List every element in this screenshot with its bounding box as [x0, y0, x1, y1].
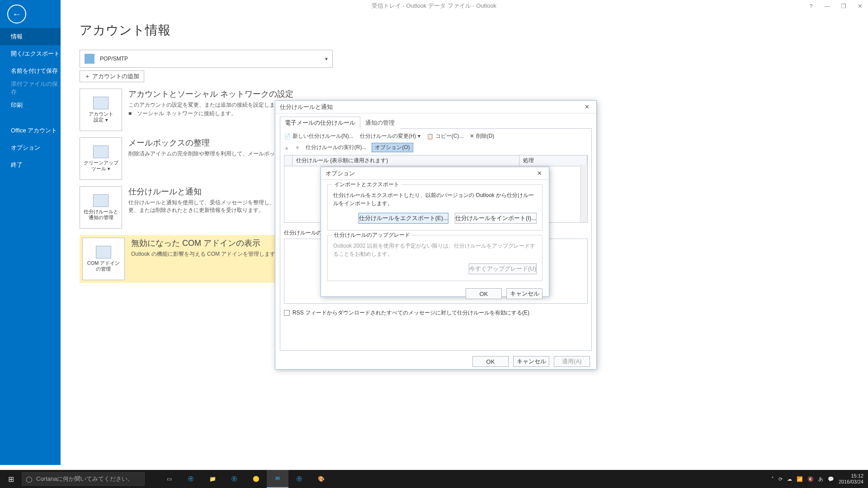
new-rule-button[interactable]: 📄 新しい仕分けルール(N)... [284, 132, 354, 140]
cortana-search[interactable]: ◯ Cortanaに何か聞いてみてください。 [22, 472, 145, 486]
sidebar-item-save-attachments: 添付ファイルの保存 [0, 80, 61, 97]
dialog-title: オプション [326, 169, 355, 178]
export-rules-button[interactable]: 仕分けルールをエクスポート(E)... [359, 213, 448, 224]
tray-wifi-icon[interactable]: 📶 [797, 476, 803, 482]
group-import-export: インポートとエクスポート [332, 181, 401, 188]
dropdown-icon: ▼ [324, 56, 329, 61]
rules-icon [93, 194, 108, 207]
tray-sync-icon[interactable]: ⟳ [778, 476, 783, 482]
cleanup-icon [93, 145, 108, 158]
page-title: アカウント情報 [80, 22, 333, 39]
system-tray[interactable]: ˄ ⟳ ☁ 📶 🔇 あ 💬 15:12 2016/03/24 [771, 473, 868, 485]
backstage-sidebar: ← 情報 開く/エクスポート 名前を付けて保存 添付ファイルの保存 印刷 Off… [0, 0, 61, 465]
rules-alerts-button[interactable]: 仕分けルールと 通知の管理 [80, 186, 122, 229]
account-settings-icon [93, 97, 108, 109]
taskbar-app-outlook[interactable]: ✉ [267, 470, 288, 488]
dialog-title: 仕分けルールと通知 [280, 103, 333, 111]
sidebar-item-save-as[interactable]: 名前を付けて保存 [0, 62, 61, 80]
close-button[interactable]: ✕ [852, 0, 868, 12]
rules-options-dialog: オプション ✕ インポートとエクスポート 仕分けルールをエクスポートしたり、以前… [321, 167, 549, 297]
cleanup-tools-button[interactable]: クリーンアップ ツール ▾ [80, 137, 122, 180]
taskbar-app-explorer[interactable]: 📁 [202, 470, 223, 488]
account-icon [85, 54, 94, 64]
ok-button[interactable]: OK [472, 356, 509, 367]
upgrade-now-button: 今すぐアップグレード(U) [469, 263, 537, 274]
cancel-button[interactable]: キャンセル [506, 288, 542, 299]
group-upgrade-rules: 仕分けルールのアップグレード [332, 231, 412, 239]
ok-button[interactable]: OK [466, 288, 502, 299]
taskbar-app-chrome[interactable]: 🟡 [245, 470, 267, 488]
change-rule-button[interactable]: 仕分けルールの変更(H) ▾ [360, 132, 420, 140]
tray-notifications-icon[interactable]: 💬 [828, 476, 834, 482]
section-title: 無効になった COM アドインの表示 [131, 238, 281, 249]
tray-volume-icon[interactable]: 🔇 [807, 476, 814, 482]
apply-button: 適用(A) [554, 356, 590, 367]
tray-overflow-icon[interactable]: ˄ [771, 476, 774, 482]
move-down-icon[interactable]: ▼ [295, 145, 300, 151]
taskbar-app-paint[interactable]: 🎨 [310, 470, 332, 488]
sidebar-item-print[interactable]: 印刷 [0, 97, 61, 114]
taskbar-clock[interactable]: 15:12 2016/03/24 [839, 473, 863, 485]
close-icon[interactable]: ✕ [582, 102, 592, 112]
col-rule-name: 仕分けルール (表示順に適用されます) [292, 155, 519, 166]
sidebar-item-open-export[interactable]: 開く/エクスポート [0, 45, 61, 62]
close-icon[interactable]: ✕ [534, 169, 544, 178]
task-view-button[interactable]: ▭ [158, 470, 180, 488]
import-rules-button[interactable]: 仕分けルールをインポート(I)... [455, 213, 537, 224]
addins-icon [96, 246, 111, 258]
run-rules-button[interactable]: 仕分けルールの実行(R)... [306, 144, 367, 151]
maximize-button[interactable]: ❐ [835, 0, 852, 12]
move-up-icon[interactable]: ▲ [284, 145, 289, 151]
delete-rule-button[interactable]: ✕ 削除(D) [470, 132, 494, 140]
taskbar-app-ie2[interactable]: ⓔ [288, 470, 310, 488]
window-title: 受信トレイ - Outlook データ ファイル - Outlook [0, 2, 868, 10]
checkbox-icon [284, 310, 290, 316]
rules-options-button[interactable]: オプション(O) [372, 143, 413, 152]
account-settings-button[interactable]: アカウント 設定 ▾ [80, 89, 122, 131]
tab-manage-alerts[interactable]: 通知の管理 [360, 117, 400, 129]
col-actions: 処理 [519, 155, 587, 166]
cortana-icon: ◯ [26, 476, 33, 483]
tray-ime-icon[interactable]: あ [818, 476, 823, 483]
taskbar-app-ie[interactable]: ⓔ [223, 470, 245, 488]
copy-rule-button[interactable]: 📋 コピー(C)... [427, 132, 464, 140]
tray-cloud-icon[interactable]: ☁ [787, 476, 792, 482]
windows-taskbar: ⊞ ◯ Cortanaに何か聞いてみてください。 ▭ ⓔ 📁 ⓔ 🟡 ✉ ⓔ 🎨… [0, 470, 868, 488]
add-account-button[interactable]: ＋ アカウントの追加 [80, 70, 144, 82]
tab-email-rules[interactable]: 電子メールの仕分けルール [280, 117, 360, 129]
rss-rules-checkbox[interactable]: RSS フィードからダウンロードされたすべてのメッセージに対して仕分けルールを有… [284, 309, 588, 317]
scrollbar[interactable] [580, 164, 587, 222]
minimize-button[interactable]: — [819, 0, 835, 12]
account-selector[interactable]: POP/SMTP ▼ [80, 50, 333, 68]
account-type-label: POP/SMTP [100, 56, 128, 62]
help-icon[interactable]: ? [803, 0, 819, 12]
sidebar-item-options[interactable]: オプション [0, 139, 61, 156]
com-addins-button[interactable]: COM アドイン の管理 [82, 238, 125, 280]
section-title: アカウントとソーシャル ネットワークの設定 [128, 89, 293, 99]
back-button[interactable]: ← [7, 5, 26, 23]
cancel-button[interactable]: キャンセル [513, 356, 549, 367]
start-button[interactable]: ⊞ [0, 470, 22, 488]
window-titlebar: 受信トレイ - Outlook データ ファイル - Outlook ? — ❐… [0, 0, 868, 12]
sidebar-item-exit[interactable]: 終了 [0, 156, 61, 174]
sidebar-item-office-account[interactable]: Office アカウント [0, 122, 61, 139]
taskbar-app-edge[interactable]: ⓔ [180, 470, 202, 488]
sidebar-item-info[interactable]: 情報 [0, 28, 61, 45]
